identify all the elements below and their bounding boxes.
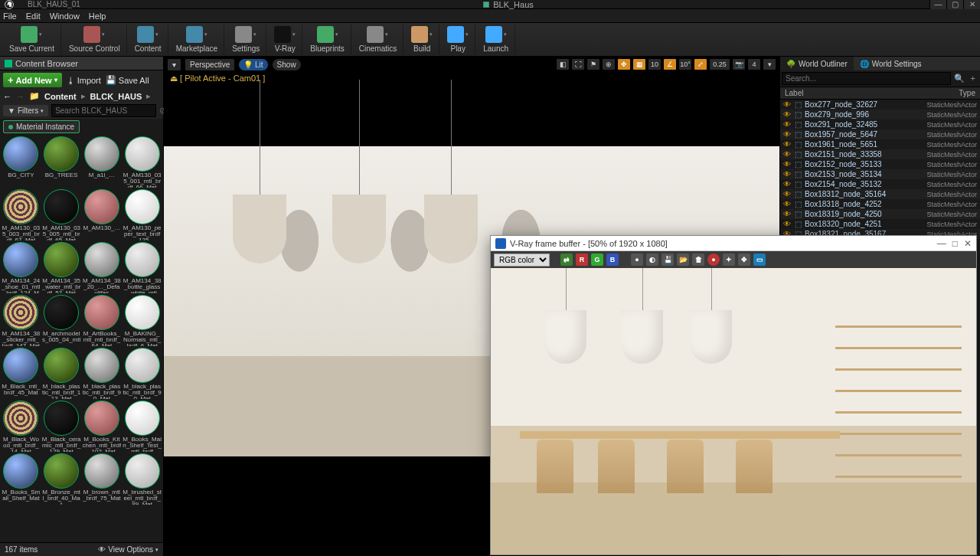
asset-item[interactable]: M_black_plastic_mtl_brdf_90_Mat [83, 348, 122, 399]
outliner-row[interactable]: 👁⬚Box1961_node_5651StaticMeshActor [780, 139, 980, 149]
tab-world-outliner[interactable]: 🌳World Outliner [780, 57, 854, 70]
close-button[interactable]: ✕ [963, 0, 980, 9]
camera-speed-value[interactable]: 4 [747, 58, 761, 70]
col-type[interactable]: Type [959, 89, 975, 97]
outliner-row[interactable]: 👁⬚Box2152_node_35133StaticMeshActor [780, 159, 980, 169]
asset-item[interactable]: M_a1l_… [83, 136, 122, 188]
vray-save-button[interactable]: 💾 [662, 253, 674, 266]
vray-render-view[interactable] [491, 268, 976, 554]
content-button[interactable]: ▾Content [129, 25, 168, 54]
outliner-row[interactable]: 👁⬚Box1957_node_5647StaticMeshActor [780, 129, 980, 139]
vray-minimize-button[interactable]: — [937, 238, 946, 249]
vray-cc-button[interactable]: ▭ [753, 253, 766, 266]
asset-item[interactable]: M_black_plastic_mtl_brdf_113_Mat [42, 348, 81, 399]
settings-button[interactable]: ▾Settings [226, 25, 266, 54]
filters-button[interactable]: ▼Filters▾ [3, 105, 48, 116]
asset-item[interactable]: M_BAKING_Normals_mtl_brdf_6_Mat [122, 295, 162, 346]
outliner-row[interactable]: 👁⬚Box291_node_32485StaticMeshActor [780, 119, 980, 129]
level-tab[interactable]: BLK_Haus [478, 0, 538, 9]
outliner-row[interactable]: 👁⬚Box2151_node_33358StaticMeshActor [780, 149, 980, 159]
outliner-row[interactable]: 👁⬚Box18319_node_4250StaticMeshActor [780, 209, 980, 219]
vray-load-button[interactable]: 📂 [677, 253, 689, 266]
document-tab[interactable]: BLK_HAUS_01 [18, 0, 90, 8]
asset-item[interactable]: M_AM134_38_bottle_glass_white_mtl [122, 242, 162, 293]
visibility-icon[interactable]: 👁 [783, 150, 791, 159]
angle-snap-value[interactable]: 10° [678, 58, 692, 70]
vray-alpha-button[interactable]: ◐ [646, 253, 658, 266]
search-icon[interactable]: 🔍 [951, 72, 968, 85]
visibility-icon[interactable]: 👁 [783, 130, 791, 139]
maximize-button[interactable]: ▢ [946, 0, 963, 9]
asset-item[interactable]: M_Books_Kitchen_mtl_brdf_102_Mat [83, 401, 122, 452]
asset-item[interactable]: M_Black_ceramic_mtl_brdf_129_Mat [42, 401, 81, 452]
outliner-row[interactable]: 👁⬚Box18318_node_4252StaticMeshActor [780, 199, 980, 209]
menu-file[interactable]: File [3, 11, 17, 21]
immersive-button[interactable]: ⛶ [571, 58, 585, 70]
asset-item[interactable]: M_Black_Wood_mtl_brdf_14_Mat [2, 401, 41, 452]
visibility-icon[interactable]: 👁 [783, 100, 791, 109]
outliner-row[interactable]: 👁⬚Box277_node_32627StaticMeshActor [780, 100, 980, 110]
scale-snap-value[interactable]: 0.25 [709, 58, 730, 70]
vray-r-button[interactable]: R [576, 253, 588, 266]
launch-button[interactable]: ▾Launch [477, 25, 515, 54]
build-button[interactable]: ▾Build [405, 25, 439, 54]
view-options-button[interactable]: 👁View Options▾ [98, 545, 158, 554]
vray-close-button[interactable]: ✕ [964, 238, 972, 249]
play-button[interactable]: ▾Play [441, 25, 475, 54]
menu-help[interactable]: Help [89, 11, 106, 21]
asset-item[interactable]: M_Books_Small_Shelf_Mat [2, 453, 41, 505]
outliner-row[interactable]: 👁⬚Box2153_node_35134StaticMeshActor [780, 169, 980, 179]
visibility-icon[interactable]: 👁 [783, 160, 791, 168]
bookmark-button[interactable]: ⚑ [586, 58, 600, 70]
eject-icon[interactable]: ⏏ [170, 74, 178, 83]
asset-item[interactable]: M_AM134_35_water_mtl_brdf_57_Mat [42, 242, 81, 293]
crumb-content[interactable]: Content [44, 92, 77, 101]
asset-item[interactable]: M_AM130_035_005_mtl_brdf_65_Mat [42, 189, 81, 240]
maximize-viewport-button[interactable]: ▾ [763, 58, 776, 70]
game-view-button[interactable]: ◧ [556, 58, 570, 70]
asset-item[interactable]: M_brown_mtl_brdf_75_Mat [83, 453, 122, 505]
source-button[interactable]: ▾Source Control [63, 25, 127, 54]
asset-item[interactable]: M_Black_mtl_brdf_45_Mat [2, 348, 41, 399]
vray-button[interactable]: ▾V-Ray [268, 25, 302, 54]
asset-item[interactable]: M_brushed_steel_mtl_brdf_89_Mat [122, 453, 162, 505]
asset-item[interactable]: M_AM130_035_003_mtl_brdf_67_Mat [2, 189, 41, 240]
blueprints-button[interactable]: ▾Blueprints [304, 25, 351, 54]
nav-back-button[interactable]: ← [3, 92, 11, 101]
outliner-row[interactable]: 👁⬚Box18312_node_35164StaticMeshActor [780, 189, 980, 199]
filter-add-icon[interactable]: + [968, 72, 978, 85]
vray-track-button[interactable]: ✥ [738, 253, 750, 266]
import-button[interactable]: ⭳Import [67, 76, 101, 85]
save-all-button[interactable]: 💾Save All [106, 75, 149, 85]
angle-snap-button[interactable]: ∠ [663, 58, 677, 70]
asset-item[interactable]: M_AM134_38_20_…_Defaultfas [83, 242, 122, 293]
col-label[interactable]: Label [785, 89, 959, 97]
visibility-icon[interactable]: 👁 [783, 200, 791, 208]
asset-item[interactable]: M_AM130_… [83, 189, 122, 240]
scale-snap-button[interactable]: ⤢ [694, 58, 707, 70]
asset-item[interactable]: M_ArtBooks_mtl_mtl_brdf_64_Mat [83, 295, 122, 346]
vray-clear-button[interactable]: 🗑 [692, 253, 704, 266]
perspective-button[interactable]: Perspective [185, 58, 235, 71]
content-search-input[interactable] [51, 104, 156, 117]
realtime-button[interactable]: ⊕ [602, 58, 616, 70]
asset-item[interactable]: M_black_plastic_mtl_brdf_90_Mat [122, 348, 162, 399]
translate-mode-button[interactable]: ✥ [617, 58, 631, 70]
asset-item[interactable]: M_AM134_38_sticker_mtl_brdf_147_Mat [2, 295, 41, 346]
asset-item[interactable]: M_archmodels_005_04_mtl [42, 295, 81, 346]
viewport-menu-button[interactable]: ▾ [167, 58, 181, 71]
asset-item[interactable]: M_Books_Main_Shelf_Test_mtl_brdf [122, 401, 162, 452]
vray-title-bar[interactable]: V-Ray frame buffer - [50% of 1920 x 1080… [491, 236, 976, 251]
vray-mono-button[interactable]: ● [631, 253, 643, 266]
nav-fwd-button[interactable]: → [16, 92, 24, 101]
visibility-icon[interactable]: 👁 [783, 120, 791, 129]
vray-frame-buffer-window[interactable]: V-Ray frame buffer - [50% of 1920 x 1080… [490, 235, 977, 555]
visibility-icon[interactable]: 👁 [783, 220, 791, 228]
vray-region-button[interactable]: ✦ [723, 253, 735, 266]
vray-b-button[interactable]: B [606, 253, 619, 266]
visibility-icon[interactable]: 👁 [783, 180, 791, 188]
lit-button[interactable]: 💡 Lit [238, 58, 268, 71]
outliner-row[interactable]: 👁⬚Box279_node_996StaticMeshActor [780, 110, 980, 119]
show-button[interactable]: Show [272, 58, 302, 71]
asset-item[interactable]: BG_TREES [42, 136, 81, 188]
